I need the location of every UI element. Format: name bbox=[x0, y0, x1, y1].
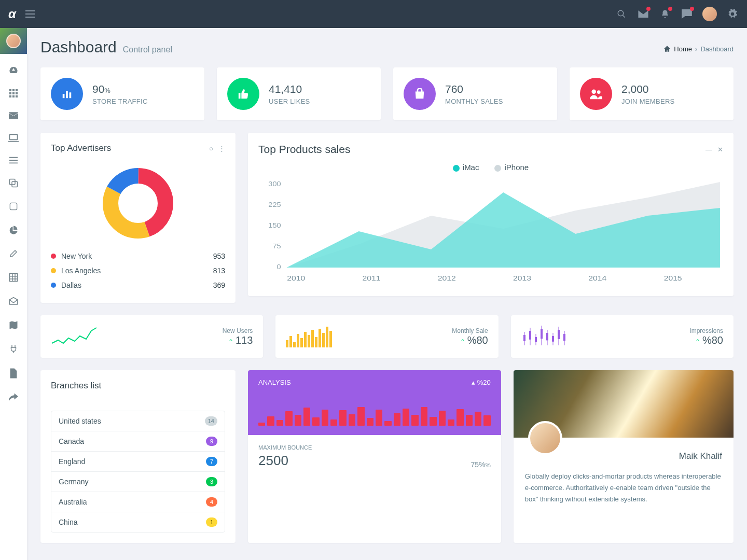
mail-button[interactable] bbox=[637, 8, 649, 20]
legend-value: 813 bbox=[213, 267, 225, 275]
branch-row[interactable]: England 7 bbox=[51, 451, 225, 471]
spark-title: Impressions bbox=[689, 327, 723, 334]
branch-row[interactable]: Canada 9 bbox=[51, 431, 225, 451]
sidebar-item-list[interactable] bbox=[9, 157, 18, 164]
spark-card[interactable]: Monthly Sale ⌃%80 bbox=[275, 315, 498, 358]
svg-text:2011: 2011 bbox=[362, 274, 380, 282]
branch-count-badge: 7 bbox=[206, 457, 217, 466]
analysis-bar bbox=[457, 409, 463, 426]
plug-icon bbox=[9, 344, 18, 354]
settings-button[interactable] bbox=[726, 8, 739, 20]
kpi-card[interactable]: 2,000 JOIN MEMBERS bbox=[570, 67, 734, 120]
legend-value: 369 bbox=[213, 281, 225, 289]
chat-button[interactable] bbox=[681, 8, 693, 20]
chart-legend-item[interactable]: iMac bbox=[453, 163, 479, 172]
sidebar-toggle[interactable] bbox=[25, 10, 35, 18]
legend-dot bbox=[51, 254, 56, 259]
search-button[interactable] bbox=[615, 8, 628, 20]
area-chart: 300225150750 201020112012201320142015 bbox=[258, 177, 723, 286]
svg-rect-42 bbox=[311, 330, 314, 347]
notification-dot bbox=[668, 7, 672, 11]
notification-dot bbox=[690, 7, 694, 11]
svg-rect-61 bbox=[558, 330, 560, 339]
branch-row[interactable]: United states 14 bbox=[51, 411, 225, 431]
sidebar-item-forms[interactable] bbox=[9, 249, 18, 258]
sidebar-item-share[interactable] bbox=[9, 393, 18, 401]
kpi-label: USER LIKES bbox=[269, 97, 310, 105]
svg-text:300: 300 bbox=[268, 180, 281, 188]
kpi-value: 90% bbox=[92, 83, 148, 95]
analysis-bar bbox=[384, 421, 391, 426]
legend-dot bbox=[51, 268, 56, 273]
analysis-card: ANALYSIS ▴ %20 MAXIMUM BOUNCE 2500 75%% bbox=[248, 370, 501, 543]
svg-rect-5 bbox=[12, 92, 15, 94]
edit-icon bbox=[9, 249, 18, 258]
svg-rect-18 bbox=[70, 92, 72, 98]
spark-card[interactable]: Impressions ⌃%80 bbox=[511, 315, 734, 358]
sidebar-item-dashboard[interactable] bbox=[9, 65, 18, 75]
branch-row[interactable]: China 1 bbox=[51, 512, 225, 532]
close-icon[interactable]: ✕ bbox=[717, 146, 723, 153]
minimize-icon[interactable]: — bbox=[706, 146, 712, 153]
bell-icon bbox=[660, 9, 670, 19]
breadcrumb-home[interactable]: Home bbox=[674, 45, 692, 53]
sidebar-item-mailbox[interactable] bbox=[9, 112, 18, 119]
more-icon[interactable]: ⋮ bbox=[218, 145, 225, 152]
svg-rect-15 bbox=[10, 274, 18, 282]
analysis-bar bbox=[448, 419, 454, 426]
chart-legend-item[interactable]: iPhone bbox=[494, 163, 529, 172]
sidebar-item-copy[interactable] bbox=[9, 178, 18, 188]
svg-rect-16 bbox=[63, 94, 65, 98]
top-advertisers-card: Top Advertisers ○⋮ New York 953 Los Ange… bbox=[40, 133, 236, 303]
page-header: Dashboard Control panel Home › Dashboard bbox=[40, 38, 734, 56]
sidebar-item-pages[interactable] bbox=[9, 368, 18, 379]
logo: α bbox=[8, 7, 16, 21]
branch-row[interactable]: Germany 3 bbox=[51, 471, 225, 492]
svg-point-0 bbox=[618, 10, 624, 16]
sidebar-profile[interactable] bbox=[0, 28, 27, 54]
max-bounce-value: 2500 bbox=[258, 453, 312, 469]
svg-text:2014: 2014 bbox=[588, 274, 606, 282]
branches-card: Branches list United states 14 Canada 9 … bbox=[40, 370, 236, 543]
grid-icon bbox=[9, 89, 18, 97]
kpi-value: 2,000 bbox=[621, 83, 675, 95]
sidebar-item-box[interactable] bbox=[9, 202, 18, 211]
analysis-bar bbox=[349, 414, 355, 426]
users-icon bbox=[580, 78, 612, 110]
analysis-bar bbox=[367, 418, 374, 426]
sidebar-item-maps[interactable] bbox=[9, 320, 18, 330]
sidebar-item-apps[interactable] bbox=[9, 89, 18, 97]
sidebar-item-charts[interactable] bbox=[9, 225, 18, 234]
notification-dot bbox=[646, 7, 651, 11]
kpi-card[interactable]: 41,410 USER LIKES bbox=[217, 67, 381, 120]
spark-title: New Users bbox=[223, 327, 253, 334]
svg-rect-51 bbox=[529, 331, 531, 340]
laptop-icon bbox=[8, 134, 19, 142]
spark-card[interactable]: New Users ⌃113 bbox=[40, 315, 263, 358]
sidebar-item-inbox[interactable] bbox=[9, 297, 18, 306]
profile-avatar[interactable] bbox=[702, 7, 717, 21]
svg-rect-10 bbox=[9, 112, 18, 119]
kpi-card[interactable]: 90% STORE TRAFFIC bbox=[40, 67, 204, 120]
legend-label: Dallas bbox=[61, 281, 81, 289]
legend-item: Los Angeles 813 bbox=[51, 263, 225, 278]
profile-avatar-large bbox=[528, 421, 562, 455]
svg-rect-35 bbox=[286, 340, 288, 347]
sidebar-item-laptop[interactable] bbox=[8, 134, 19, 142]
svg-text:75: 75 bbox=[272, 243, 281, 250]
notifications-button[interactable] bbox=[659, 8, 671, 20]
kpi-card[interactable]: 760 MONTHLY SALES bbox=[393, 67, 557, 120]
breadcrumb-current: Dashboard bbox=[700, 45, 734, 53]
refresh-icon[interactable]: ○ bbox=[209, 145, 213, 152]
sidebar-item-extensions[interactable] bbox=[9, 344, 18, 354]
svg-rect-1 bbox=[9, 89, 11, 91]
branch-row[interactable]: Australia 4 bbox=[51, 492, 225, 512]
legend-dot bbox=[51, 283, 56, 288]
sidebar-item-tables[interactable] bbox=[9, 273, 18, 282]
gear-icon bbox=[727, 9, 738, 19]
svg-rect-7 bbox=[9, 95, 11, 97]
analysis-bar bbox=[285, 411, 292, 426]
legend-value: 953 bbox=[213, 252, 225, 260]
svg-text:2013: 2013 bbox=[513, 274, 531, 282]
max-bounce-label: MAXIMUM BOUNCE bbox=[258, 444, 312, 451]
